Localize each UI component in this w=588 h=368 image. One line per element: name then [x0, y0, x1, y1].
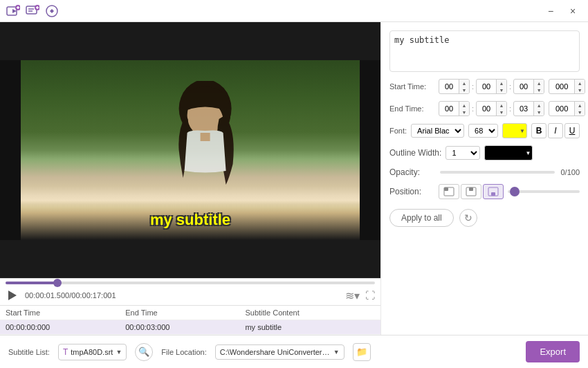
start-min-up[interactable]: ▲	[497, 80, 506, 86]
video-panel: my subtitle 00:00:01.500/00:00:17:001 ≋▾…	[0, 22, 380, 335]
fullscreen-icon[interactable]: ⛶	[365, 290, 375, 301]
end-min-down[interactable]: ▼	[497, 109, 506, 116]
subtitle-dropdown-arrow: ▼	[116, 349, 122, 356]
start-hour-input[interactable]	[439, 81, 459, 92]
end-hour-spinner: ▲ ▼	[439, 101, 470, 116]
color-dropdown-arrow: ▼	[520, 128, 525, 134]
svg-marker-1	[12, 9, 17, 13]
position-label: Position:	[389, 187, 434, 196]
subtitle-table: Start Time End Time Subtitle Content 00:…	[0, 306, 380, 335]
progress-bar[interactable]	[6, 282, 375, 284]
end-ms-input[interactable]	[549, 103, 574, 114]
font-color-button[interactable]: ▼	[502, 123, 527, 138]
end-hour-input[interactable]	[439, 103, 459, 114]
end-sec-down[interactable]: ▼	[534, 109, 544, 116]
start-hour-up[interactable]: ▲	[459, 80, 469, 86]
subtitle-file-name: tmpA80D.srt	[71, 348, 113, 356]
font-label: Font:	[389, 127, 407, 135]
outline-color-button[interactable]: ▼	[484, 145, 533, 160]
table-row[interactable]: 00:00:00:000 00:00:03:000 my subtitle	[0, 320, 380, 335]
outline-width-select[interactable]: 1	[445, 146, 480, 160]
start-hour-down[interactable]: ▼	[459, 86, 469, 93]
progress-thumb[interactable]	[53, 279, 62, 287]
opacity-label: Opacity:	[389, 167, 434, 177]
file-location-select[interactable]: C:\Wondershare UniConverter 13\SubEd ▼	[215, 344, 344, 360]
end-sec-up[interactable]: ▲	[534, 102, 544, 109]
end-hour-up[interactable]: ▲	[459, 102, 469, 109]
video-subtitle: my subtitle	[150, 211, 230, 229]
start-ms-up[interactable]: ▲	[575, 80, 585, 86]
edit-subtitle-icon[interactable]	[44, 3, 59, 19]
position-slider[interactable]	[508, 190, 580, 193]
svg-rect-16	[444, 187, 448, 191]
close-button[interactable]: ×	[563, 3, 582, 19]
play-icon	[8, 291, 17, 300]
svg-rect-14	[201, 133, 210, 141]
end-sec-spinner: ▲ ▼	[513, 101, 544, 116]
search-button[interactable]: 🔍	[135, 343, 153, 361]
col-start-time: Start Time	[0, 306, 120, 320]
start-min-down[interactable]: ▼	[497, 86, 506, 93]
end-ms-up[interactable]: ▲	[575, 102, 585, 109]
bold-button[interactable]: B	[531, 123, 546, 138]
start-ms-input[interactable]	[549, 81, 574, 92]
window-controls: − ×	[541, 3, 582, 19]
right-panel: my subtitle Start Time: ▲ ▼ : ▲ ▼	[380, 22, 588, 335]
end-min-input[interactable]	[477, 103, 496, 114]
file-location-arrow: ▼	[333, 349, 340, 356]
svg-rect-20	[491, 192, 495, 196]
subtitle-file-icon: T	[63, 347, 68, 357]
refresh-button[interactable]: ↻	[459, 209, 477, 227]
video-right-bar	[360, 60, 380, 240]
start-sec-up[interactable]: ▲	[534, 80, 544, 86]
pos-top-center-button[interactable]	[461, 184, 481, 199]
start-ms-spinner: ▲ ▼	[549, 79, 585, 94]
main-content: my subtitle 00:00:01.500/00:00:17:001 ≋▾…	[0, 22, 588, 335]
end-min-spinner: ▲ ▼	[476, 101, 507, 116]
outline-label: Outline Width:	[389, 148, 441, 158]
app-icons	[6, 3, 59, 19]
start-sec-down[interactable]: ▼	[534, 86, 544, 93]
start-min-input[interactable]	[477, 81, 496, 92]
start-hour-spinner: ▲ ▼	[439, 79, 470, 94]
waveform-icon[interactable]: ≋▾	[345, 289, 360, 302]
start-sec-input[interactable]	[514, 81, 533, 92]
end-time-inputs: ▲ ▼ : ▲ ▼ : ▲ ▼	[439, 101, 585, 116]
minimize-button[interactable]: −	[541, 3, 560, 19]
end-ms-spinner: ▲ ▼	[549, 101, 585, 116]
apply-row: Apply to all ↻	[389, 209, 580, 227]
format-buttons: B I U	[531, 123, 580, 138]
font-row: Font: Arial Blac 68 ▼ B I U	[389, 123, 580, 138]
pos-bottom-center-button[interactable]	[483, 184, 504, 199]
play-button[interactable]	[6, 288, 19, 302]
subtitle-list-select[interactable]: T tmpA80D.srt ▼	[58, 344, 127, 360]
font-family-select[interactable]: Arial Blac	[411, 124, 464, 138]
end-hour-down[interactable]: ▼	[459, 109, 469, 116]
subtitle-text-input[interactable]: my subtitle	[389, 30, 580, 72]
end-time-label: End Time:	[389, 104, 434, 113]
outline-row: Outline Width: 1 ▼	[389, 145, 580, 160]
pos-bottom-center-icon	[488, 187, 499, 196]
start-ms-down[interactable]: ▼	[575, 86, 585, 93]
add-subtitle-icon[interactable]	[25, 3, 40, 19]
folder-button[interactable]: 📁	[353, 343, 371, 361]
apply-to-all-button[interactable]: Apply to all	[389, 209, 454, 227]
font-size-select[interactable]: 68	[468, 124, 498, 138]
opacity-slider[interactable]	[440, 171, 555, 174]
file-path-text: C:\Wondershare UniConverter 13\SubEd	[220, 348, 331, 356]
underline-button[interactable]: U	[564, 123, 580, 138]
start-time-inputs: ▲ ▼ : ▲ ▼ : ▲ ▼	[439, 79, 585, 94]
italic-button[interactable]: I	[548, 123, 563, 138]
position-buttons	[439, 184, 504, 199]
add-video-icon[interactable]	[6, 3, 21, 19]
end-ms-down[interactable]: ▼	[575, 109, 585, 116]
end-min-up[interactable]: ▲	[497, 102, 506, 109]
end-sec-input[interactable]	[514, 103, 533, 114]
start-hour-btns: ▲ ▼	[459, 80, 469, 93]
start-time-row: Start Time: ▲ ▼ : ▲ ▼ :	[389, 79, 580, 94]
export-button[interactable]: Export	[526, 341, 580, 362]
row-end: 00:00:03:000	[120, 320, 239, 335]
col-content: Subtitle Content	[239, 306, 380, 320]
pos-top-left-button[interactable]	[439, 184, 459, 199]
video-area: my subtitle	[0, 22, 380, 278]
